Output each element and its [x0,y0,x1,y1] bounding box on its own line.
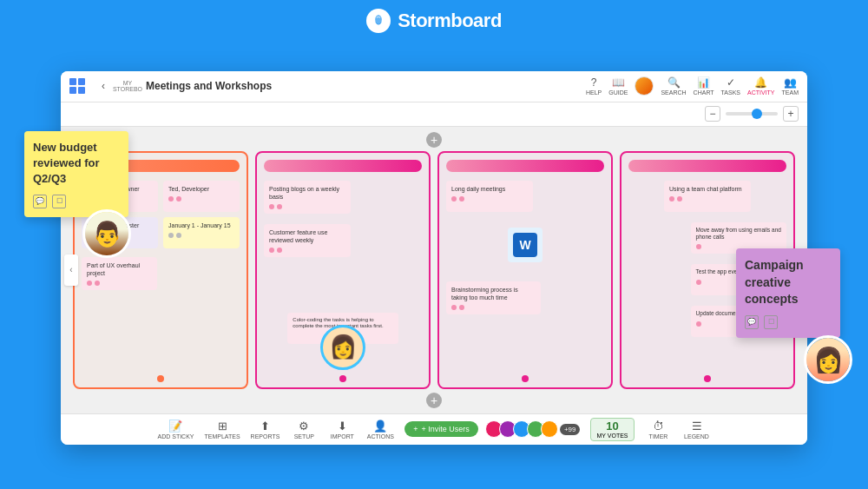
my-votes-label: MY VOTES [596,433,628,439]
sticky-dot [168,196,174,202]
zoom-in-btn[interactable]: + [783,106,799,122]
word-icon: W [513,233,537,257]
setup-btn[interactable]: ⚙ SETUP [290,420,318,439]
guide-btn[interactable]: 📖 GUIDE [608,76,628,96]
sticky-note[interactable]: Brainstorming process is taking too much… [446,281,541,314]
help-btn[interactable]: ? HELP [586,76,602,96]
sticky-note[interactable]: Using a team chat platform [664,181,751,212]
sticky-dot [269,204,274,209]
invite-users-label: + Invite Users [422,425,470,433]
add-sticky-icon: 📝 [168,420,182,433]
sticky-text: January 1 - January 15 [168,221,234,229]
import-label: IMPORT [331,433,354,439]
sticky-note[interactable]: Customer feature use reviewed weekly [264,224,351,257]
sticky-dot [277,204,282,209]
back-button[interactable]: ‹ [94,76,113,96]
chart-label: CHART [694,89,714,96]
toolbar-right-icons: ? HELP 📖 GUIDE 🔍 SEARCH 📊 CHART ✓ [586,76,799,96]
activity-btn[interactable]: 🔔 ACTIVITY [747,76,775,96]
sticky-note[interactable]: Posting blogs on a weekly basis [264,181,351,214]
help-label: HELP [586,89,602,96]
col4-spacer2 [628,264,686,295]
columns-container: Erin, Project Owner Ted, Developer [73,151,795,389]
col-dot-1 [157,375,164,382]
sticky-text: Part of UX overhaul project [87,261,152,277]
tasks-btn[interactable]: ✓ TASKS [721,76,740,96]
word-doc-area: W [446,224,604,266]
avatar-right: 👩 [804,335,852,384]
sticky-dots [451,196,528,202]
import-btn[interactable]: ⬇ IMPORT [328,420,356,439]
canvas-area[interactable]: ‹ + Erin, Project Owner [61,127,807,413]
sticky-text: Ted, Developer [168,185,234,193]
check-icon-right: ☐ [764,315,778,329]
sticky-dots [669,196,746,202]
my-votes-btn[interactable]: 10 MY VOTES [590,418,634,441]
whiteboard-window: ‹ MY STOREBO Meetings and Workshops ? HE… [61,71,807,445]
add-row-bottom-btn[interactable]: + [426,393,442,408]
sticky-dot [95,281,100,286]
person-left-image: 👨 [85,212,128,255]
chart-btn[interactable]: 📊 CHART [694,76,714,96]
sticky-note[interactable]: Long daily meetings [446,181,533,212]
sticky-dots [269,248,345,253]
left-nav-arrow[interactable]: ‹ [64,254,78,286]
setup-label: SETUP [294,433,314,439]
mystormboard-button[interactable]: MY STOREBO [118,76,137,96]
dashboard-icon[interactable] [69,78,85,94]
team-btn[interactable]: 👥 TEAM [782,76,799,96]
floating-note-right[interactable]: Campaign creative concepts 💬 ☐ [736,248,840,338]
sticky-dots [168,196,234,202]
sticky-note[interactable]: Part of UX overhaul project [82,257,157,290]
vote-count: 10 [606,420,618,432]
sticky-dot [696,244,701,249]
sticky-text: Long daily meetings [451,185,528,193]
col2-person: 👩 [323,327,363,367]
user-avatar[interactable] [635,76,654,96]
main-area: New budget reviewed for Q2/Q3 💬 ☐ 👨 Camp… [0,40,868,475]
column-2: Posting blogs on a weekly basis Customer… [255,151,431,389]
zoom-out-btn[interactable]: − [705,106,720,122]
sticky-note[interactable]: January 1 - January 15 [163,217,240,248]
col-dot-2 [339,375,346,382]
sticky-dot [451,305,457,310]
legend-btn[interactable]: ☰ LEGEND [683,420,711,439]
col-header-3 [446,160,604,172]
zoom-bar: − + [61,102,807,127]
zoom-slider-thumb[interactable] [752,109,762,119]
user-avatars-list: +99 [489,420,581,438]
actions-btn[interactable]: 👤 ACTIONS [366,420,394,439]
add-row-top-btn[interactable]: + [426,132,442,148]
reports-btn[interactable]: ⬆ REPORTS [251,420,280,439]
invite-users-btn[interactable]: + + Invite Users [404,421,478,437]
person-right-image: 👩 [806,338,850,381]
actions-label: ACTIONS [367,433,394,439]
sticky-dot [176,233,181,238]
col4-spacer3 [628,306,686,337]
sticky-dot [459,196,464,202]
add-sticky-btn[interactable]: 📝 ADD STICKY [157,420,194,439]
sticky-dot [459,305,464,310]
templates-btn[interactable]: ⊞ TEMPLATES [205,420,240,439]
add-sticky-label: ADD STICKY [157,433,194,439]
timer-btn[interactable]: ⏱ TIMER [645,420,673,439]
guide-label: GUIDE [608,89,628,96]
avatar-left: 👨 [82,209,131,258]
sticky-note[interactable]: Ted, Developer [163,181,240,212]
sticky-dots [168,233,234,238]
import-icon: ⬇ [338,420,347,433]
sticky-dots [451,305,536,310]
reports-label: REPORTS [251,433,280,439]
floating-note-left[interactable]: New budget reviewed for Q2/Q3 💬 ☐ [24,131,128,217]
logo: Stormboard [366,9,502,33]
word-sticky[interactable]: W [508,228,542,262]
zoom-slider-track[interactable] [726,112,778,116]
timer-label: TIMER [649,433,668,439]
svg-point-1 [375,15,382,24]
activity-label: ACTIVITY [747,89,775,96]
sticky-dot [677,196,682,202]
search-btn[interactable]: 🔍 SEARCH [661,76,686,96]
sticky-dot [87,281,92,286]
sticky-dot [696,321,701,327]
floating-note-right-icons: 💬 ☐ [745,315,832,329]
